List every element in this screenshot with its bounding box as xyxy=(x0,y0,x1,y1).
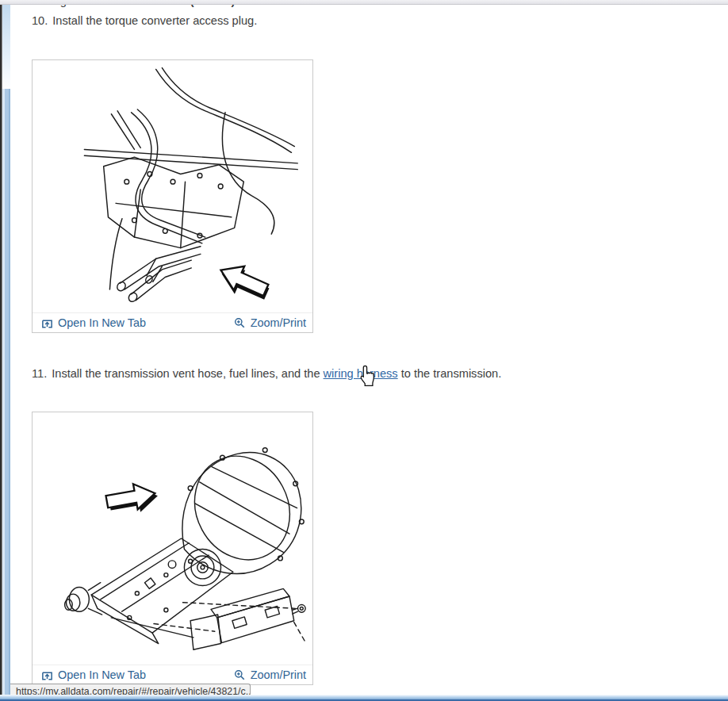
open-in-new-tab-label: Open In New Tab xyxy=(58,316,146,329)
transmission-fuel-lines-drawing xyxy=(42,63,304,309)
open-in-new-tab-link[interactable]: Open In New Tab xyxy=(41,668,146,681)
figure-1-illustration xyxy=(33,60,312,312)
left-scrollbar-thumb[interactable] xyxy=(2,0,10,89)
step-number: 10. xyxy=(32,14,48,27)
figure-2-illustration xyxy=(33,412,312,665)
left-scrollbar[interactable] xyxy=(0,0,10,701)
hand-pointer-cursor xyxy=(358,365,377,387)
transmission-side-view-drawing xyxy=(38,416,308,661)
step-text: Install the transmission vent hose, fuel… xyxy=(52,367,323,380)
direction-arrow xyxy=(105,480,160,517)
zoom-print-link[interactable]: Zoom/Print xyxy=(234,316,306,329)
zoom-print-link[interactable]: Zoom/Print xyxy=(234,668,306,681)
open-in-new-tab-link[interactable]: Open In New Tab xyxy=(41,316,146,329)
figure-box-torque-converter: Open In New Tab Zoom/Print xyxy=(32,59,313,333)
figure-toolbar: Open In New Tab Zoom/Print xyxy=(33,312,312,332)
top-toolbar-edge xyxy=(0,0,728,5)
step-item-10: 10.Install the torque converter access p… xyxy=(32,14,257,28)
step-item-11: 11.Install the transmission vent hose, f… xyxy=(32,367,501,381)
step-text-end: to the transmission. xyxy=(398,367,502,380)
direction-arrow xyxy=(214,259,273,306)
taskbar-top-edge xyxy=(0,695,728,701)
zoom-print-label: Zoom/Print xyxy=(251,668,306,681)
open-in-new-tab-icon xyxy=(41,669,53,681)
figure-toolbar: Open In New Tab Zoom/Print xyxy=(33,665,312,684)
zoom-print-label: Zoom/Print xyxy=(251,316,306,329)
repair-article-page: 9.Tighten the bolts to 63 Nm (46 lb ft).… xyxy=(0,0,728,701)
zoom-in-icon xyxy=(234,317,246,329)
open-in-new-tab-label: Open In New Tab xyxy=(58,668,146,681)
open-in-new-tab-icon xyxy=(41,317,53,329)
step-number: 11. xyxy=(32,367,47,380)
step-text: Install the torque converter access plug… xyxy=(52,14,257,27)
figure-box-transmission: Open In New Tab Zoom/Print xyxy=(32,412,313,685)
zoom-in-icon xyxy=(234,669,246,681)
